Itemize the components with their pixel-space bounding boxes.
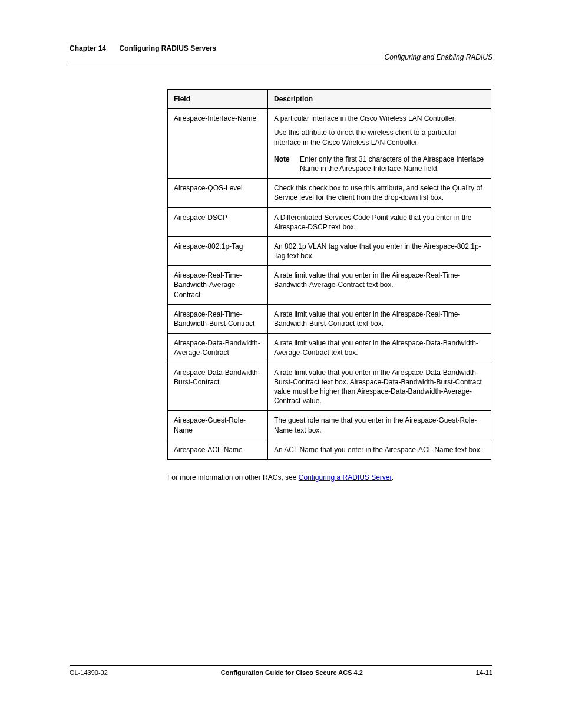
table-row: Airespace-Real-Time-Bandwidth-Average-Co… [168, 266, 491, 305]
desc-cell: A rate limit value that you enter in the… [268, 266, 491, 305]
field-cell: Airespace-Data-Bandwidth-Average-Contrac… [168, 334, 268, 363]
desc-text: Use this attribute to direct the wireles… [274, 128, 485, 147]
note-text: Enter only the first 31 characters of th… [300, 154, 485, 173]
config-table: Field Description Airespace-Interface-Na… [167, 89, 491, 460]
desc-cell: A rate limit value that you enter in the… [268, 334, 491, 363]
page-footer: OL-14390-02 Configuration Guide for Cisc… [70, 665, 492, 676]
field-cell: Airespace-Data-Bandwidth-Burst-Contract [168, 363, 268, 411]
table-row: Airespace-Guest-Role-Name The guest role… [168, 411, 491, 440]
desc-cell: An ACL Name that you enter in the Airesp… [268, 440, 491, 459]
desc-text: A particular interface in the Cisco Wire… [274, 114, 485, 123]
header-rule [70, 65, 492, 65]
body-paragraph: For more information on other RACs, see … [167, 473, 491, 483]
note-label: Note [274, 154, 300, 173]
desc-cell: The guest role name that you enter in th… [268, 411, 491, 440]
page-header: Chapter 14 Configuring RADIUS Servers Co… [70, 42, 492, 61]
desc-cell: A particular interface in the Cisco Wire… [268, 109, 491, 179]
para-prefix: For more information on other RACs, see [167, 473, 299, 482]
field-cell: Airespace-Guest-Role-Name [168, 411, 268, 440]
field-cell: Airespace-ACL-Name [168, 440, 268, 459]
table-row: Airespace-Data-Bandwidth-Burst-Contract … [168, 363, 491, 411]
section-title: Configuring and Enabling RADIUS [70, 53, 492, 61]
table-row: Airespace-QOS-Level Check this check box… [168, 179, 491, 207]
table-row: Airespace-ACL-Name An ACL Name that you … [168, 440, 491, 459]
field-cell: Airespace-QOS-Level [168, 179, 268, 207]
table-header-field: Field [168, 90, 268, 109]
table-row: Airespace-802.1p-Tag An 802.1p VLAN tag … [168, 236, 491, 265]
table-row: Airespace-DSCP A Differentiated Services… [168, 207, 491, 236]
doc-id: OL-14390-02 [70, 669, 108, 676]
table-row: Airespace-Real-Time-Bandwidth-Burst-Cont… [168, 304, 491, 333]
footer-rule [70, 665, 492, 666]
cross-reference-link[interactable]: Configuring a RADIUS Server [299, 473, 392, 482]
table-row: Airespace-Interface-Name A particular in… [168, 109, 491, 179]
chapter-line: Chapter 14 Configuring RADIUS Servers [70, 42, 492, 53]
table-row: Airespace-Data-Bandwidth-Average-Contrac… [168, 334, 491, 363]
table-header-description: Description [268, 90, 491, 109]
desc-cell: An 802.1p VLAN tag value that you enter … [268, 236, 491, 265]
desc-cell: Check this check box to use this attribu… [268, 179, 491, 207]
field-cell: Airespace-DSCP [168, 207, 268, 236]
desc-cell: A rate limit value that you enter in the… [268, 304, 491, 333]
para-suffix: . [392, 473, 394, 482]
doc-title: Configuration Guide for Cisco Secure ACS… [221, 669, 363, 676]
chapter-title: Configuring RADIUS Servers [119, 44, 216, 52]
field-cell: Airespace-Interface-Name [168, 109, 268, 179]
field-cell: Airespace-Real-Time-Bandwidth-Average-Co… [168, 266, 268, 305]
page-number: 14-11 [476, 669, 492, 676]
desc-cell: A Differentiated Services Code Point val… [268, 207, 491, 236]
desc-cell: A rate limit value that you enter in the… [268, 363, 491, 411]
chapter-number: Chapter 14 [70, 44, 106, 52]
field-cell: Airespace-Real-Time-Bandwidth-Burst-Cont… [168, 304, 268, 333]
field-cell: Airespace-802.1p-Tag [168, 236, 268, 265]
